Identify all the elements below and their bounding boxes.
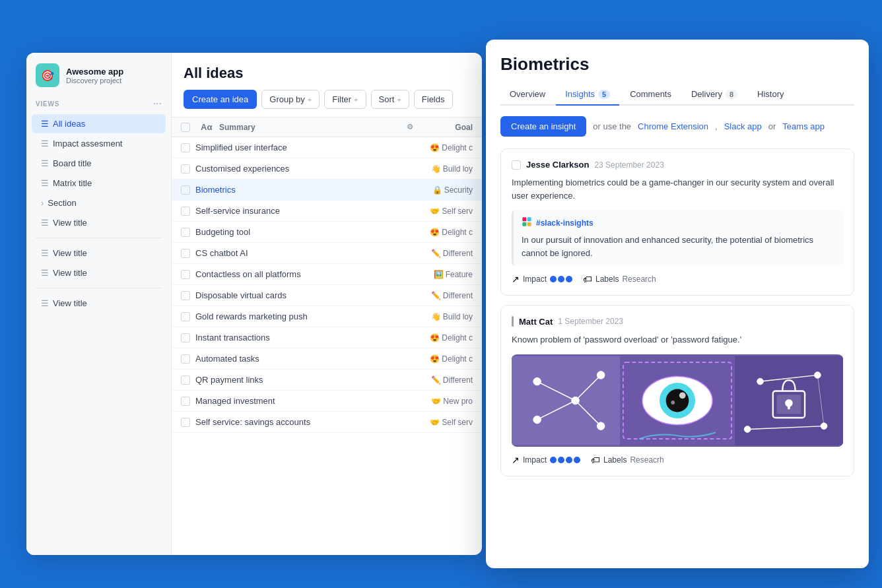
row-goal: 😍 Delight c — [420, 143, 473, 152]
chrome-ext-link[interactable]: Chrome Extension — [638, 121, 708, 131]
tab-comments-label: Comments — [630, 89, 671, 99]
row-checkbox[interactable] — [181, 418, 190, 427]
comma-1: , — [715, 121, 718, 131]
delivery-badge: 8 — [726, 90, 737, 99]
table-row[interactable]: Managed investment 🤝 New pro — [172, 391, 482, 412]
group-by-label: Group by — [269, 94, 304, 104]
sidebar-item-section[interactable]: › Section — [32, 193, 166, 212]
row-checkbox[interactable] — [181, 291, 190, 300]
app-name: Awesome app — [66, 67, 123, 77]
row-name: Managed investment — [195, 396, 415, 406]
matrix-icon: ☰ — [41, 178, 49, 188]
fields-button[interactable]: Fields — [414, 90, 453, 109]
row-checkbox[interactable] — [181, 143, 190, 152]
sidebar-item-view2[interactable]: ☰ View title — [32, 244, 166, 263]
row-checkbox[interactable] — [181, 397, 190, 406]
app-icon: 🎯 — [36, 63, 59, 87]
views-menu-button[interactable]: ··· — [153, 98, 162, 110]
sidebar-item-view3[interactable]: ☰ View title — [32, 263, 166, 282]
tab-overview[interactable]: Overview — [500, 84, 555, 106]
dot-3 — [566, 276, 572, 282]
insight-author-2: Matt Cat — [519, 317, 553, 327]
goal-text: Delight c — [442, 143, 473, 152]
goal-emoji: 😍 — [430, 354, 440, 364]
row-goal: 🔒 Security — [420, 185, 473, 195]
row-checkbox[interactable] — [181, 228, 190, 237]
slack-app-link[interactable]: Slack app — [724, 121, 762, 131]
teams-app-link[interactable]: Teams app — [782, 121, 825, 131]
table-row-biometrics[interactable]: Biometrics 🔒 Security — [172, 180, 482, 201]
tab-history[interactable]: History — [748, 84, 793, 106]
labels-value: Research — [622, 275, 656, 284]
table-row[interactable]: Disposable virtual cards ✏️ Different — [172, 285, 482, 306]
row-name: Self service: savings accounts — [195, 417, 415, 427]
create-idea-button[interactable]: Create an idea — [184, 90, 257, 109]
row-checkbox[interactable] — [181, 354, 190, 364]
create-insight-bar: Create an insight or use the Chrome Exte… — [500, 116, 854, 137]
sidebar-item-view4[interactable]: ☰ View title — [32, 294, 166, 313]
sidebar-item-matrix[interactable]: ☰ Matrix title — [32, 174, 166, 193]
insight-text: Implementing biometrics could be a game-… — [512, 176, 843, 202]
row-checkbox[interactable] — [181, 249, 190, 258]
svg-rect-5 — [512, 356, 620, 445]
table-row[interactable]: Automated tasks 😍 Delight c — [172, 348, 482, 370]
row-checkbox[interactable] — [181, 333, 190, 343]
sidebar-item-board[interactable]: ☰ Board title — [32, 154, 166, 173]
ideas-header: All ideas Create an idea Group by + Filt… — [172, 53, 482, 117]
labels-icon: 🏷 — [583, 274, 592, 284]
table-row[interactable]: Instant transactions 😍 Delight c — [172, 327, 482, 348]
app-header: 🎯 Awesome app Discovery project — [26, 63, 171, 98]
table-row[interactable]: Contactless on all platforms 🖼️ Feature — [172, 264, 482, 285]
table-row[interactable]: Self-service insurance 🤝 Self serv — [172, 201, 482, 222]
row-checkbox[interactable] — [181, 312, 190, 321]
goal-emoji: 🔒 — [432, 185, 442, 195]
sidebar-divider-1 — [36, 238, 162, 238]
table-row[interactable]: Customised experiences 👋 Build loy — [172, 158, 482, 180]
section-icon: › — [41, 198, 44, 208]
tab-history-label: History — [757, 89, 784, 99]
sidebar-item-impact[interactable]: ☰ Impact assesment — [32, 134, 166, 153]
row-checkbox[interactable] — [181, 270, 190, 279]
ideas-table: Simplified user interface 😍 Delight c Cu… — [172, 137, 482, 555]
table-row[interactable]: Self service: savings accounts 🤝 Self se… — [172, 412, 482, 433]
row-goal: 😍 Delight c — [420, 333, 473, 343]
sidebar-item-view1[interactable]: ☰ View title — [32, 213, 166, 232]
impact-label: Impact assesment — [53, 139, 123, 148]
table-row[interactable]: QR payment links ✏️ Different — [172, 370, 482, 391]
row-name: Customised experiences — [195, 164, 415, 174]
sidebar-item-all-ideas[interactable]: ☰ All ideas — [32, 114, 166, 133]
dot-3 — [566, 457, 572, 463]
group-by-button[interactable]: Group by + — [261, 90, 320, 109]
svg-rect-26 — [788, 403, 790, 409]
app-subtitle: Discovery project — [66, 77, 123, 84]
matrix-label: Matrix title — [53, 178, 92, 188]
table-row[interactable]: CS chatbot AI ✏️ Different — [172, 243, 482, 264]
table-row[interactable]: Gold rewards marketing push 👋 Build loy — [172, 306, 482, 327]
header-summary: Summary — [219, 123, 401, 132]
detail-body: Create an insight or use the Chrome Exte… — [486, 106, 869, 568]
row-checkbox[interactable] — [181, 207, 190, 216]
tab-insights[interactable]: Insights 5 — [556, 84, 619, 106]
row-checkbox[interactable] — [181, 376, 190, 385]
sort-button[interactable]: Sort + — [371, 90, 409, 109]
slack-channel-name: #slack-insights — [536, 218, 594, 228]
header-checkbox[interactable] — [181, 123, 190, 132]
create-insight-button[interactable]: Create an insight — [500, 116, 586, 137]
row-checkbox[interactable] — [181, 185, 190, 195]
row-name: Disposable virtual cards — [195, 290, 415, 300]
tab-delivery[interactable]: Delivery 8 — [682, 84, 747, 106]
tab-comments[interactable]: Comments — [621, 84, 681, 106]
svg-point-20 — [666, 389, 689, 412]
table-row[interactable]: Simplified user interface 😍 Delight c — [172, 137, 482, 158]
view3-icon: ☰ — [41, 268, 49, 278]
insight-checkbox[interactable] — [512, 160, 521, 170]
row-name: Biometrics — [195, 185, 415, 195]
table-row[interactable]: Budgeting tool 😍 Delight c — [172, 222, 482, 243]
impact-icon: ☰ — [41, 139, 49, 148]
group-by-plus: + — [308, 96, 312, 104]
goal-emoji: 😍 — [430, 228, 440, 237]
sort-label: Sort — [379, 94, 395, 104]
filter-button[interactable]: Filter + — [324, 90, 366, 109]
row-checkbox[interactable] — [181, 164, 190, 174]
labels-value-2: Reseacrh — [630, 455, 663, 465]
